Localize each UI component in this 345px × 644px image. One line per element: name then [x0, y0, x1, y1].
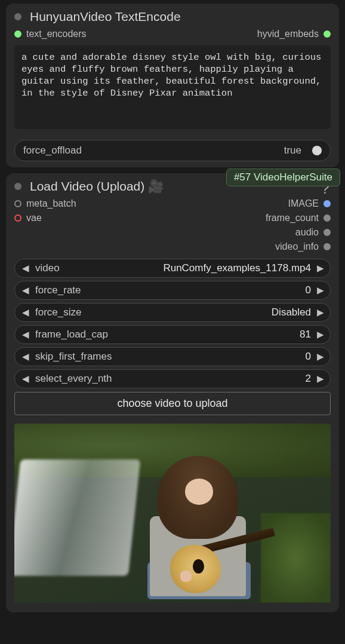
param-label: force_rate — [35, 284, 81, 296]
port-dot-icon[interactable] — [324, 229, 331, 236]
param-select-every-nth[interactable]: ◀ select_every_nth 2 ▶ — [14, 369, 331, 388]
port-dot-icon[interactable] — [14, 214, 21, 222]
chevron-right-icon[interactable]: ▶ — [317, 351, 324, 362]
port-dot-icon[interactable] — [324, 214, 331, 222]
param-label: force_offload — [23, 145, 82, 157]
param-force-size[interactable]: ◀ force_size Disabled ▶ — [14, 303, 331, 322]
output-ports: hyvid_embeds — [257, 29, 331, 39]
port-image[interactable]: IMAGE — [288, 198, 331, 209]
toggle-indicator-icon[interactable] — [312, 146, 322, 155]
preview-bg — [14, 459, 141, 576]
chevron-right-icon[interactable]: ▶ — [317, 373, 324, 384]
choose-video-button[interactable]: choose video to upload — [14, 392, 331, 415]
chevron-left-icon[interactable]: ◀ — [22, 329, 29, 340]
port-label: audio — [295, 227, 319, 238]
param-label: select_every_nth — [35, 373, 112, 385]
ports-row: meta_batch vae IMAGE frame_count audio — [6, 198, 339, 252]
param-value: 0 — [306, 284, 311, 296]
port-video-info[interactable]: video_info — [275, 241, 331, 252]
param-frame-load-cap[interactable]: ◀ frame_load_cap 81 ▶ — [14, 325, 331, 344]
node-header[interactable]: HunyuanVideo TextEncode — [6, 4, 339, 29]
force-offload-toggle[interactable]: force_offload true — [14, 140, 331, 161]
param-label: frame_load_cap — [35, 329, 108, 341]
port-audio[interactable]: audio — [295, 227, 331, 238]
suite-badge: #57 VideoHelperSuite — [226, 168, 340, 186]
port-hyvid-embeds[interactable]: hyvid_embeds — [257, 29, 331, 39]
chevron-right-icon[interactable]: ▶ — [317, 285, 324, 296]
port-label: hyvid_embeds — [257, 29, 319, 39]
preview-bg — [261, 513, 331, 603]
param-skip-first-frames[interactable]: ◀ skip_first_frames 0 ▶ — [14, 347, 331, 366]
param-value: 0 — [306, 351, 311, 363]
param-video[interactable]: ◀ video RunComfy_examples_1178.mp4 ▶ — [14, 259, 331, 278]
port-label: video_info — [275, 241, 319, 252]
port-label: text_encoders — [26, 29, 87, 39]
node-load-video-upload[interactable]: ? Load Video (Upload) 🎥 meta_batch vae I… — [6, 173, 339, 612]
port-label: IMAGE — [288, 198, 319, 209]
param-value: true — [284, 145, 301, 157]
prompt-field-wrap — [14, 45, 331, 131]
camera-icon: 🎥 — [148, 179, 164, 194]
port-frame-count[interactable]: frame_count — [266, 213, 331, 223]
param-value: Disabled — [272, 306, 311, 318]
node-hunyuan-textencode[interactable]: HunyuanVideo TextEncode text_encoders hy… — [6, 4, 339, 167]
node-title: HunyuanVideo TextEncode — [30, 10, 181, 24]
chevron-left-icon[interactable]: ◀ — [22, 373, 29, 384]
param-force-rate[interactable]: ◀ force_rate 0 ▶ — [14, 281, 331, 300]
param-label: video — [35, 262, 60, 274]
chevron-right-icon[interactable]: ▶ — [317, 307, 324, 318]
port-dot-icon[interactable] — [324, 200, 331, 207]
chevron-left-icon[interactable]: ◀ — [22, 351, 29, 362]
port-label: vae — [26, 213, 42, 223]
prompt-input[interactable] — [14, 45, 331, 129]
port-vae[interactable]: vae — [14, 213, 76, 223]
param-label: skip_first_frames — [35, 351, 112, 363]
param-label: force_size — [35, 306, 81, 318]
ports-row: text_encoders hyvid_embeds — [6, 29, 339, 39]
node-title: Load Video (Upload) — [30, 179, 144, 194]
video-preview[interactable] — [14, 424, 331, 603]
port-dot-icon[interactable] — [324, 30, 331, 38]
port-dot-icon[interactable] — [14, 30, 21, 38]
collapse-icon[interactable] — [14, 13, 21, 20]
chevron-left-icon[interactable]: ◀ — [22, 307, 29, 318]
param-value: 81 — [300, 329, 311, 341]
preview-subject — [134, 456, 261, 599]
input-ports: text_encoders — [14, 29, 87, 39]
port-dot-icon[interactable] — [324, 243, 331, 250]
input-ports: meta_batch vae — [14, 198, 76, 252]
chevron-right-icon[interactable]: ▶ — [317, 263, 324, 274]
chevron-right-icon[interactable]: ▶ — [317, 329, 324, 340]
port-meta-batch[interactable]: meta_batch — [14, 198, 76, 209]
port-label: frame_count — [266, 213, 319, 223]
port-label: meta_batch — [26, 198, 76, 209]
chevron-left-icon[interactable]: ◀ — [22, 285, 29, 296]
output-ports: IMAGE frame_count audio video_info — [266, 198, 331, 252]
port-dot-icon[interactable] — [14, 200, 21, 207]
collapse-icon[interactable] — [14, 183, 21, 190]
param-value: 2 — [306, 373, 311, 385]
param-value: RunComfy_examples_1178.mp4 — [163, 262, 311, 274]
port-text-encoders[interactable]: text_encoders — [14, 29, 87, 39]
chevron-left-icon[interactable]: ◀ — [22, 263, 29, 274]
